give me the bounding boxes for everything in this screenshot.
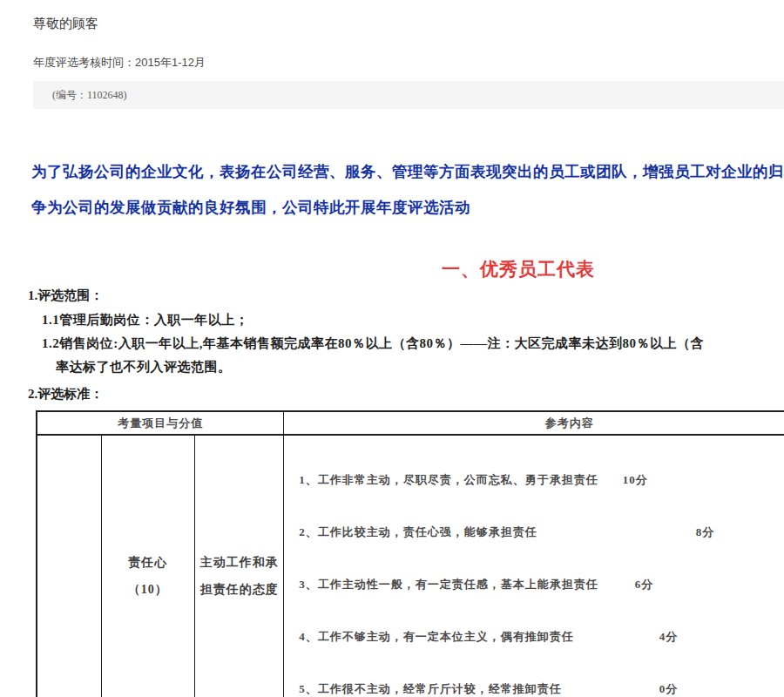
table-row: 责任心 （10） 主动工作和承担责任的态度 1、工作非常主动，尽职尽责，公而忘私… [37,435,784,697]
intro-paragraph: 为了弘扬公司的企业文化，表扬在公司经营、服务、管理等方面表现突出的员工或团队，增… [31,154,784,226]
intro-line-1: 为了弘扬公司的企业文化，表扬在公司经营、服务、管理等方面表现突出的员工或团队，增… [31,154,784,190]
scope-item-sales: 1.2销售岗位:入职一年以上,年基本销售额完成率在80％以上（含80％）——注：… [42,335,784,352]
code-number-bar: (编号：1102648) [33,81,784,109]
criteria-cell: 1、工作非常主动，尽职尽责，公而忘私、勇于承担责任 10分 2、工作比较主动，责… [284,435,784,697]
scope-item-management: 1.1管理后勤岗位：入职一年以上； [42,312,784,328]
item-max-score: （10） [102,576,194,603]
intro-line-2: 争为公司的发展做贡献的良好氛围，公司特此开展年度评选活动 [31,190,784,226]
table-header-row: 考量项目与分值 参考内容 [37,411,784,435]
document-page: 尊敬的顾客 年度评选考核时间：2015年1-12月 (编号：1102648) 为… [0,16,784,697]
scope-item-sales-continued: 率达标了也不列入评选范围。 [56,359,784,376]
code-number-text: (编号：1102648) [33,88,127,103]
category-cell-empty [37,435,101,697]
section-heading: 一、优秀员工代表 [0,257,784,281]
header-reference-content: 参考内容 [284,411,784,435]
criterion-line-4: 4、工作不够主动，有一定本位主义，偶有推卸责任 4分 [299,611,784,663]
item-name-cell: 责任心 （10） [101,435,194,697]
criterion-line-5: 5、工作很不主动，经常斤斤计较，经常推卸责任 0分 [299,663,784,697]
evaluation-criteria-table: 考量项目与分值 参考内容 责任心 （10） 主动工作和承担责任的态度 1、工作非… [36,410,784,697]
item-definition-cell: 主动工作和承担责任的态度 [195,435,284,697]
criteria-list: 1、工作非常主动，尽职尽责，公而忘私、勇于承担责任 10分 2、工作比较主动，责… [284,436,784,697]
scope-title: 1.评选范围： [28,288,784,304]
greeting-text: 尊敬的顾客 [33,16,784,32]
header-items-and-scores: 考量项目与分值 [37,411,284,435]
evaluation-period-text: 年度评选考核时间：2015年1-12月 [33,55,784,71]
criterion-line-2: 2、工作比较主动，责任心强，能够承担责任 8分 [299,506,784,558]
criteria-section-title: 2.评选标准： [28,386,784,403]
scope-list: 1.评选范围： 1.1管理后勤岗位：入职一年以上； 1.2销售岗位:入职一年以上… [0,288,784,403]
criterion-line-1: 1、工作非常主动，尽职尽责，公而忘私、勇于承担责任 10分 [299,454,784,506]
item-name: 责任心 [102,549,194,576]
criterion-line-3: 3、工作主动性一般，有一定责任感，基本上能承担责任 6分 [299,558,784,611]
